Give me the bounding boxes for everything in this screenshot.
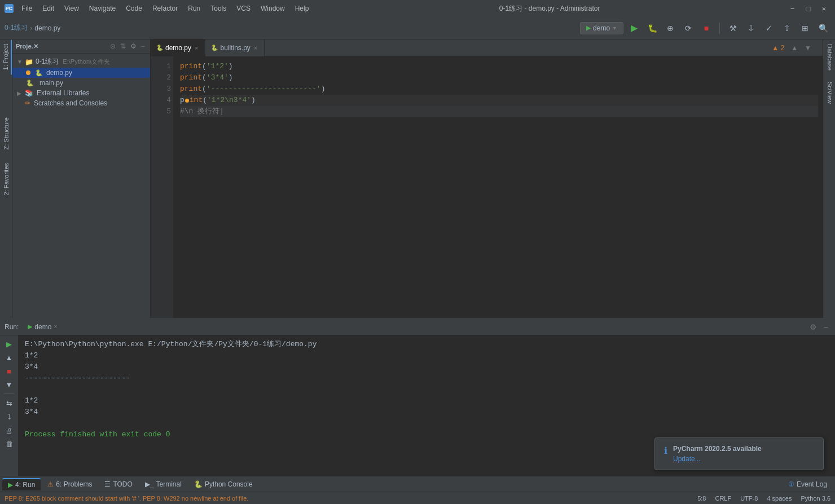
- status-encoding[interactable]: UTF-8: [740, 495, 758, 502]
- bottom-settings-button[interactable]: ⚙: [807, 321, 819, 333]
- breadcrumb-project[interactable]: 0-1练习: [5, 23, 28, 33]
- tab-run[interactable]: ▶ 4: Run: [2, 478, 41, 490]
- stop-button[interactable]: ■: [699, 21, 714, 36]
- project-locate-button[interactable]: ⊙: [108, 42, 117, 51]
- menu-refactor[interactable]: Refactor: [148, 3, 182, 14]
- clear-button[interactable]: 🗑: [3, 437, 15, 450]
- run-tab-label: demo: [34, 323, 51, 331]
- console-line-cmd: E:\Python\Python\python.exe E:/Python/文件…: [25, 339, 828, 350]
- menu-bar: File Edit View Navigate Code Refactor Ru…: [17, 3, 313, 14]
- git-history-button[interactable]: ⊞: [798, 21, 812, 36]
- run-with-coverage-button[interactable]: ⊕: [663, 21, 678, 36]
- maximize-button[interactable]: □: [802, 3, 815, 14]
- tree-arrow-ext: ▶: [17, 90, 23, 96]
- menu-tools[interactable]: Tools: [206, 3, 231, 14]
- structure-tab[interactable]: Z: Structure: [1, 113, 11, 154]
- soft-wrap-button[interactable]: ⤵: [3, 410, 15, 423]
- tree-item-main-py[interactable]: 🐍 main.py: [12, 78, 150, 88]
- status-indent[interactable]: 4 spaces: [767, 495, 792, 502]
- notification-content: PyCharm 2020.2.5 available Update...: [673, 445, 814, 463]
- project-close-button[interactable]: −: [139, 42, 147, 51]
- warnings-down-arrow[interactable]: ▼: [802, 43, 814, 53]
- status-python[interactable]: Python 3.6: [801, 495, 830, 502]
- tab-close-builtins[interactable]: ×: [253, 44, 258, 52]
- tab-todo[interactable]: ☰ TODO: [99, 479, 138, 490]
- minimize-button[interactable]: −: [786, 3, 799, 14]
- project-panel-header: Proje.✕ ⊙ ⇅ ⚙ −: [12, 39, 150, 54]
- menu-file[interactable]: File: [17, 3, 37, 14]
- notification-update-link[interactable]: Update...: [673, 455, 814, 463]
- bottom-tabs-bar: ▶ 4: Run ⚠ 6: Problems ☰ TODO ▶_ Termina…: [0, 476, 835, 492]
- console-line-5: 1*2: [25, 395, 828, 406]
- tab-demo-py[interactable]: 🐍 demo.py ×: [151, 39, 205, 56]
- py-file-icon-main: 🐍: [26, 79, 34, 87]
- close-button[interactable]: ×: [817, 3, 830, 14]
- favorites-tab[interactable]: 2: Favorites: [1, 158, 11, 200]
- code-func-1: print: [180, 61, 202, 72]
- bottom-minimize-button[interactable]: −: [821, 321, 830, 333]
- wrap-output-button[interactable]: ⇆: [3, 397, 15, 409]
- menu-code[interactable]: Code: [121, 3, 147, 14]
- code-content[interactable]: print('1*2') print('3*4') print('-------…: [173, 56, 823, 318]
- stop-run-button[interactable]: ■: [3, 365, 15, 377]
- tree-item-ext-libs[interactable]: ▶ 📚 External Libraries: [12, 88, 150, 98]
- tree-item-project-root[interactable]: ▼ 📁 0-1练习 E:\Python\文件夹: [12, 56, 150, 68]
- tab-label-demo: demo.py: [165, 44, 191, 52]
- menu-run[interactable]: Run: [183, 3, 205, 14]
- menu-edit[interactable]: Edit: [38, 3, 59, 14]
- sciview-tab[interactable]: SciView: [823, 77, 835, 108]
- tab-todo-label: TODO: [113, 480, 132, 488]
- tree-item-demo-py[interactable]: 🐍 demo.py: [12, 68, 150, 78]
- menu-help[interactable]: Help: [291, 3, 314, 14]
- status-position[interactable]: 5:8: [697, 495, 706, 502]
- run-button[interactable]: ▶: [627, 21, 641, 36]
- status-bar-warning: PEP 8: E265 block comment should start w…: [5, 495, 695, 502]
- tab-close-demo[interactable]: ×: [194, 44, 199, 52]
- breadcrumb-file[interactable]: demo.py: [34, 24, 60, 32]
- code-func-2: print: [180, 72, 202, 83]
- tab-python-console[interactable]: 🐍 Python Console: [188, 479, 258, 490]
- git-commit-button[interactable]: ✓: [762, 21, 776, 36]
- window-controls: − □ ×: [786, 3, 830, 14]
- menu-vcs[interactable]: VCS: [232, 3, 255, 14]
- breadcrumb-sep: ›: [30, 24, 32, 32]
- console-line-1: 1*2: [25, 350, 828, 361]
- project-expand-button[interactable]: ⇅: [118, 42, 128, 51]
- toolbar-right: ▶ demo ▼ ▶ 🐛 ⊕ ⟳ ■ ⚒ ⇩ ✓ ⇧ ⊞ 🔍: [580, 21, 830, 36]
- warnings-indicator[interactable]: ▲ 2 ▲ ▼: [770, 43, 814, 53]
- scroll-down-button[interactable]: ▼: [3, 378, 15, 391]
- database-tab[interactable]: Database: [823, 39, 835, 75]
- tab-terminal[interactable]: ▶_ Terminal: [139, 479, 187, 490]
- menu-navigate[interactable]: Navigate: [85, 3, 120, 14]
- tab-icon-demo: 🐍: [156, 45, 163, 51]
- project-settings-button[interactable]: ⚙: [129, 42, 138, 51]
- tree-item-scratches[interactable]: ▶ ✏ Scratches and Consoles: [12, 98, 150, 108]
- git-push-button[interactable]: ⇧: [780, 21, 794, 36]
- run-tab-close[interactable]: ×: [54, 324, 57, 330]
- line-num-5: 5: [155, 106, 171, 117]
- run-again-button[interactable]: ▶: [3, 338, 15, 350]
- line-num-4: 4: [155, 95, 171, 106]
- project-panel: Proje.✕ ⊙ ⇅ ⚙ − ▼ 📁 0-1练习 E:\Python\文件夹 …: [12, 39, 151, 318]
- code-str-3: '------------------------': [206, 83, 321, 95]
- search-button[interactable]: 🔍: [816, 21, 830, 36]
- tab-problems[interactable]: ⚠ 6: Problems: [42, 479, 98, 490]
- git-update-button[interactable]: ⇩: [744, 21, 758, 36]
- menu-window[interactable]: Window: [256, 3, 289, 14]
- tree-label-root: 0-1练习: [36, 57, 59, 67]
- menu-view[interactable]: View: [60, 3, 84, 14]
- project-side-tab[interactable]: 1: Project: [1, 39, 12, 74]
- tab-builtins-py[interactable]: 🐍 builtins.py ×: [205, 39, 265, 56]
- profile-button[interactable]: ⟳: [681, 21, 696, 36]
- print-button[interactable]: 🖨: [3, 424, 15, 436]
- tab-event-log[interactable]: ① Event Log: [783, 479, 833, 490]
- code-str-2: '3*4': [206, 72, 228, 83]
- debug-button[interactable]: 🐛: [645, 21, 660, 36]
- py-file-icon: 🐍: [35, 69, 43, 77]
- scroll-up-button[interactable]: ▲: [3, 351, 15, 364]
- build-button[interactable]: ⚒: [726, 21, 740, 36]
- warnings-up-arrow[interactable]: ▲: [789, 43, 800, 53]
- run-demo-tab[interactable]: ▶ demo ×: [23, 321, 61, 333]
- status-line-ending[interactable]: CRLF: [715, 495, 731, 502]
- run-config-selector[interactable]: ▶ demo ▼: [580, 22, 623, 34]
